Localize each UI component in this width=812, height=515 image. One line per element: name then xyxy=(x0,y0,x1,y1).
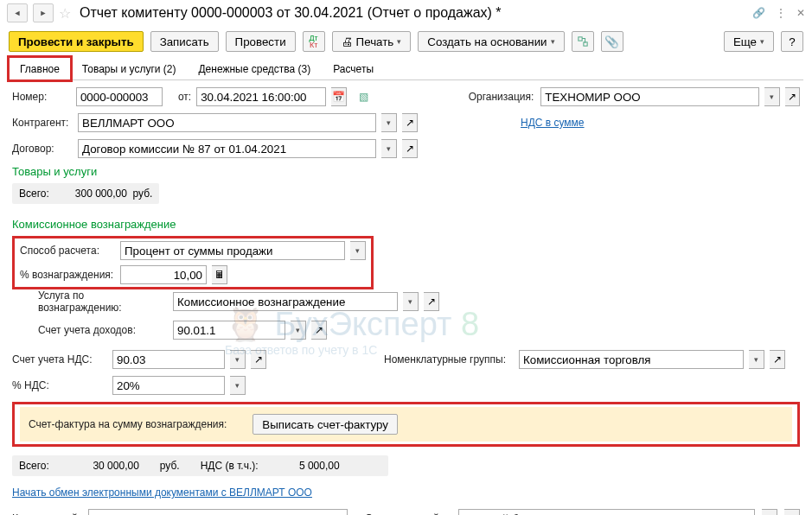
income-acc-dropdown[interactable]: ▾ xyxy=(291,321,306,340)
income-acc-open-button[interactable]: ↗ xyxy=(311,321,327,340)
vat-rate-input[interactable] xyxy=(112,376,225,395)
percent-input[interactable] xyxy=(120,265,207,284)
commission-currency: руб. xyxy=(160,460,180,472)
nav-forward-button[interactable]: ► xyxy=(33,3,54,22)
related-docs-button[interactable] xyxy=(572,31,594,52)
contract-open-button[interactable]: ↗ xyxy=(402,139,418,158)
date-label: от: xyxy=(178,91,191,103)
vat-acc-input[interactable] xyxy=(112,350,225,369)
more-menu-icon[interactable]: ⋮ xyxy=(770,7,791,19)
responsible-open-button[interactable]: ↗ xyxy=(784,509,800,515)
vat-rate-dropdown[interactable]: ▾ xyxy=(230,376,246,395)
org-dropdown[interactable]: ▾ xyxy=(764,87,780,106)
close-icon[interactable]: ✕ xyxy=(796,7,805,19)
org-input[interactable] xyxy=(540,87,759,106)
tab-cash[interactable]: Денежные средства (3) xyxy=(187,57,322,80)
contract-input[interactable] xyxy=(78,139,376,158)
attachment-button[interactable]: 📎 xyxy=(601,31,623,52)
vat-acc-open-button[interactable]: ↗ xyxy=(251,350,266,369)
nom-group-input[interactable] xyxy=(519,350,744,369)
counterparty-label: Контрагент: xyxy=(12,117,73,129)
create-based-button[interactable]: Создать на основании▾ xyxy=(418,31,564,52)
commission-section-header: Комиссионное вознаграждение xyxy=(12,218,800,231)
nom-group-label: Номенклатурные группы: xyxy=(384,353,514,366)
income-acc-label: Счет учета доходов: xyxy=(38,324,168,336)
help-button[interactable]: ? xyxy=(781,31,803,52)
vat-rate-label: % НДС: xyxy=(12,379,107,391)
issue-invoice-button[interactable]: Выписать счет-фактуру xyxy=(253,414,398,435)
org-open-button[interactable]: ↗ xyxy=(785,87,801,106)
counterparty-dropdown[interactable]: ▾ xyxy=(381,113,397,132)
goods-currency: руб. xyxy=(133,188,153,200)
nom-group-open-button[interactable]: ↗ xyxy=(770,350,785,369)
calendar-icon[interactable]: 📅 xyxy=(331,87,347,106)
vat-included-label: НДС (в т.ч.): xyxy=(201,460,259,472)
svg-rect-0 xyxy=(578,37,581,41)
commission-total-label: Всего: xyxy=(19,460,49,472)
percent-label: % вознаграждения: xyxy=(20,269,115,281)
link-icon[interactable]: 🔗 xyxy=(752,7,765,19)
commission-total-bar: Всего: 30 000,00 руб. НДС (в т.ч.): 5 00… xyxy=(12,455,388,476)
tab-goods[interactable]: Товары и услуги (2) xyxy=(71,57,188,80)
vat-acc-label: Счет учета НДС: xyxy=(12,353,107,366)
post-and-close-button[interactable]: Провести и закрыть xyxy=(9,31,144,52)
dt-kt-button[interactable]: ДтКт xyxy=(303,31,325,52)
counterparty-open-button[interactable]: ↗ xyxy=(402,113,418,132)
responsible-input[interactable] xyxy=(458,509,755,515)
goods-total-label: Всего: xyxy=(19,188,49,200)
method-input[interactable] xyxy=(120,241,345,260)
vat-included-value: 5 000,00 xyxy=(299,460,340,472)
print-button[interactable]: 🖨Печать▾ xyxy=(332,31,412,52)
commission-total-value: 30 000,00 xyxy=(93,460,138,472)
tab-main[interactable]: Главное xyxy=(9,57,71,80)
responsible-dropdown[interactable]: ▾ xyxy=(762,509,777,515)
goods-total-bar: Всего: 300 000,00 руб. xyxy=(12,183,159,204)
edi-link[interactable]: Начать обмен электронными документами с … xyxy=(12,486,312,499)
date-input[interactable] xyxy=(196,87,326,106)
counterparty-input[interactable] xyxy=(78,113,376,132)
method-label: Способ расчета: xyxy=(20,245,115,257)
income-acc-input[interactable] xyxy=(173,321,285,340)
tab-settlements[interactable]: Расчеты xyxy=(322,57,385,80)
goods-total-value: 300 000,00 xyxy=(75,188,127,200)
favorite-icon[interactable]: ☆ xyxy=(59,5,71,22)
number-input[interactable] xyxy=(76,87,163,106)
paperclip-icon: 📎 xyxy=(604,35,619,48)
printer-icon: 🖨 xyxy=(342,35,353,48)
vat-acc-dropdown[interactable]: ▾ xyxy=(230,350,246,369)
calc-icon[interactable]: 🖩 xyxy=(212,265,227,284)
contract-dropdown[interactable]: ▾ xyxy=(381,139,397,158)
service-dropdown[interactable]: ▾ xyxy=(403,292,419,311)
number-label: Номер: xyxy=(12,91,71,103)
nom-group-dropdown[interactable]: ▾ xyxy=(749,350,764,369)
service-label: Услуга по вознаграждению: xyxy=(38,289,168,314)
more-button[interactable]: Еще▾ xyxy=(724,31,774,52)
comment-input[interactable] xyxy=(88,509,348,515)
vat-mode-link[interactable]: НДС в сумме xyxy=(521,117,585,129)
status-icon[interactable]: ▧ xyxy=(359,91,368,103)
window-title: Отчет комитенту 0000-000003 от 30.04.202… xyxy=(80,5,747,21)
post-button[interactable]: Провести xyxy=(226,31,296,52)
method-dropdown[interactable]: ▾ xyxy=(350,241,366,260)
invoice-label: Счет-фактура на сумму вознаграждения: xyxy=(29,418,227,430)
contract-label: Договор: xyxy=(12,143,73,155)
save-button[interactable]: Записать xyxy=(150,31,219,52)
nav-back-button[interactable]: ◄ xyxy=(7,3,28,22)
service-input[interactable] xyxy=(173,292,398,311)
service-open-button[interactable]: ↗ xyxy=(424,292,439,311)
org-label: Организация: xyxy=(469,91,536,103)
goods-section-header: Товары и услуги xyxy=(12,165,800,178)
